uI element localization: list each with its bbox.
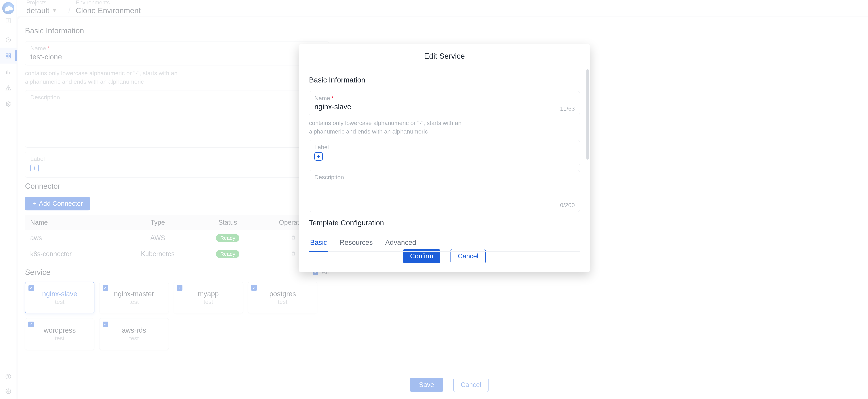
modal-name-value: nginx-slave [314,103,575,111]
tab-basic[interactable]: Basic [309,234,328,252]
modal-title: Edit Service [299,44,590,68]
modal-name-counter: 11/63 [560,105,575,112]
modal-label-field[interactable]: Label [309,140,580,166]
tab-resources[interactable]: Resources [339,234,374,251]
modal-add-label-button[interactable] [314,152,323,161]
scrollbar[interactable] [586,69,589,159]
modal-body: Basic Information Name* nginx-slave 11/6… [299,68,590,241]
tab-advanced[interactable]: Advanced [384,234,417,251]
modal-name-helper: contains only lowercase alphanumeric or … [309,119,483,136]
modal-name-field[interactable]: Name* nginx-slave 11/63 [309,91,580,115]
modal-template-title: Template Configuration [309,219,580,227]
modal-tabs: Basic Resources Advanced [309,234,580,252]
modal-description-field[interactable]: Description 0/200 [309,170,580,212]
modal-description-counter: 0/200 [560,202,575,209]
modal-basic-title: Basic Information [309,76,580,84]
edit-service-modal: Edit Service Basic Information Name* ngi… [299,44,590,272]
